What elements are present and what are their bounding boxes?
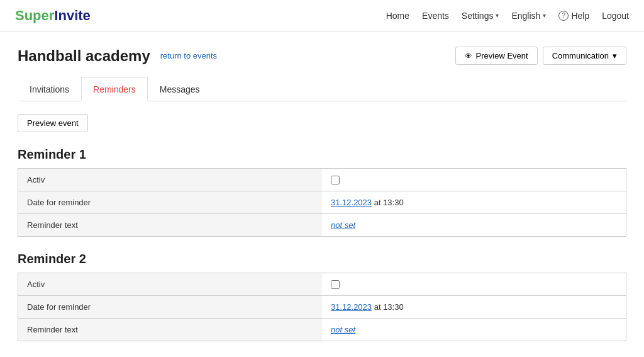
- reminder-2-activ-cell: [322, 273, 626, 296]
- reminder-2-title: Reminder 2: [18, 252, 626, 266]
- reminder-1-date-cell: 31.12.2023 at 13:30: [322, 191, 626, 214]
- reminder-1-date-label: Date for reminder: [18, 191, 323, 214]
- navbar: SuperInvite Home Events Settings ▾ Engli…: [0, 0, 644, 31]
- nav-language-label: English: [511, 11, 540, 21]
- reminder-1-date-suffix: at 13:30: [372, 198, 404, 207]
- brand-logo[interactable]: SuperInvite: [15, 8, 91, 24]
- communication-button[interactable]: Communication ▾: [543, 47, 626, 65]
- nav-home[interactable]: Home: [386, 11, 409, 21]
- page-content: Handball academy return to events 👁 Prev…: [0, 31, 644, 357]
- reminder-2-notset-link[interactable]: not set: [331, 325, 355, 334]
- language-chevron-icon: ▾: [543, 12, 546, 19]
- reminder-1-text-label: Reminder text: [18, 214, 323, 237]
- reminder-2-table: Activ Date for reminder 31.12.2023 at 13…: [18, 273, 626, 341]
- table-row: Activ: [18, 273, 626, 296]
- nav-settings-dropdown[interactable]: Settings ▾: [462, 11, 499, 21]
- nav-logout[interactable]: Logout: [602, 11, 629, 21]
- table-row: Date for reminder 31.12.2023 at 13:30: [18, 296, 626, 319]
- brand-invite: Invite: [54, 8, 90, 23]
- nav-events[interactable]: Events: [422, 11, 449, 21]
- reminder-2-activ-label: Activ: [18, 273, 323, 296]
- header-actions: 👁 Preview Event Communication ▾: [455, 47, 626, 65]
- reminder-1-title: Reminder 1: [18, 147, 626, 162]
- reminder-2-date-link[interactable]: 31.12.2023: [331, 302, 372, 312]
- reminder-1-activ-checkbox[interactable]: [331, 176, 340, 184]
- reminder-1-section: Reminder 1 Activ Date for reminder 31.12…: [18, 147, 626, 237]
- tab-messages[interactable]: Messages: [148, 77, 212, 101]
- nav-help-label: Help: [571, 11, 589, 21]
- reminder-1-table: Activ Date for reminder 31.12.2023 at 13…: [18, 168, 626, 237]
- tab-reminders[interactable]: Reminders: [81, 77, 148, 101]
- reminder-2-section: Reminder 2 Activ Date for reminder 31.12…: [18, 252, 626, 341]
- table-row: Date for reminder 31.12.2023 at 13:30: [18, 191, 626, 214]
- communication-label: Communication: [552, 51, 609, 60]
- reminder-2-activ-checkbox[interactable]: [331, 280, 340, 289]
- nav-language-dropdown[interactable]: English ▾: [511, 11, 546, 21]
- reminder-1-text-cell: not set: [322, 214, 626, 237]
- preview-event-label: Preview Event: [476, 51, 528, 60]
- tabs-bar: Invitations Reminders Messages: [18, 77, 626, 101]
- reminder-2-date-label: Date for reminder: [18, 296, 323, 319]
- reminder-2-date-cell: 31.12.2023 at 13:30: [322, 296, 626, 319]
- table-row: Reminder text not set: [18, 214, 626, 237]
- preview-event-small-button[interactable]: Preview event: [18, 114, 88, 132]
- page-title-area: Handball academy return to events: [18, 47, 217, 65]
- nav-help[interactable]: ? Help: [558, 11, 589, 21]
- page-title: Handball academy: [18, 47, 150, 65]
- navbar-nav: Home Events Settings ▾ English ▾ ? Help …: [386, 11, 629, 21]
- preview-btn-area: Preview event: [18, 114, 626, 132]
- return-to-events-link[interactable]: return to events: [160, 51, 217, 60]
- reminder-1-date-link[interactable]: 31.12.2023: [331, 198, 372, 207]
- reminder-2-text-label: Reminder text: [18, 319, 323, 341]
- reminder-1-notset-link[interactable]: not set: [331, 220, 355, 230]
- brand-super: Super: [15, 8, 54, 23]
- settings-chevron-icon: ▾: [496, 12, 499, 19]
- nav-settings-label: Settings: [462, 11, 494, 21]
- table-row: Reminder text not set: [18, 319, 626, 341]
- help-circle-icon: ?: [558, 11, 569, 21]
- preview-event-button[interactable]: 👁 Preview Event: [455, 47, 538, 65]
- eye-icon: 👁: [465, 52, 472, 60]
- reminder-1-activ-cell: [322, 169, 626, 191]
- communication-chevron-icon: ▾: [613, 51, 617, 60]
- table-row: Activ: [18, 169, 626, 191]
- reminder-2-text-cell: not set: [322, 319, 626, 341]
- tab-invitations[interactable]: Invitations: [18, 77, 81, 101]
- page-header: Handball academy return to events 👁 Prev…: [18, 47, 626, 65]
- reminder-1-activ-label: Activ: [18, 169, 323, 191]
- reminder-2-date-suffix: at 13:30: [372, 302, 404, 312]
